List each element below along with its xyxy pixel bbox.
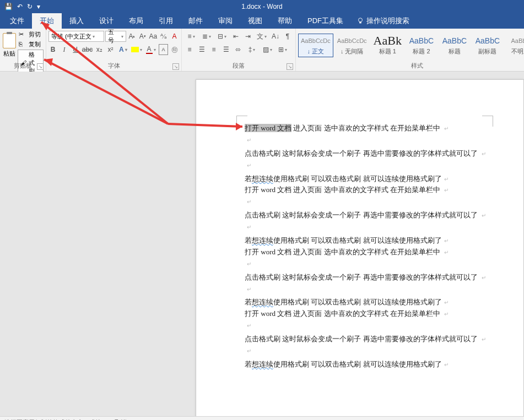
style-name: ↓ 无间隔 <box>337 47 367 56</box>
italic-button[interactable]: I <box>60 44 68 55</box>
phonetic-button[interactable]: ᴬ⁄ₐ <box>159 31 169 42</box>
style-item-5[interactable]: AaBbC副标题 <box>472 34 504 57</box>
subscript-button[interactable]: x₂ <box>95 44 104 55</box>
enclosed-char-button[interactable]: ㊞ <box>170 44 179 55</box>
cut-button[interactable]: ✂剪切 <box>18 30 44 39</box>
doc-line[interactable]: 若想连续使用格式刷 可以双击格式刷 就可以连续使用格式刷了↵ <box>245 298 485 307</box>
change-case-button[interactable]: Aa <box>148 31 158 42</box>
tab-insert[interactable]: 插入 <box>62 13 91 29</box>
doc-line[interactable]: ↵ <box>245 285 485 294</box>
tell-me-search[interactable]: 操作说明搜索 <box>351 13 415 29</box>
doc-line[interactable]: 若想连续使用格式刷 可以双击格式刷 就可以连续使用格式刷了↵ <box>245 174 485 184</box>
tab-help[interactable]: 帮助 <box>270 13 300 29</box>
doc-line[interactable]: ↵ <box>245 259 485 269</box>
font-size-combo[interactable]: 五号▾ <box>105 31 126 42</box>
shading-button[interactable]: ▨▾ <box>260 44 274 55</box>
style-item-2[interactable]: AaBk标题 1 <box>371 34 404 57</box>
numbering-button[interactable]: ≣▾ <box>199 31 214 42</box>
style-item-6[interactable]: AaBbC不明显 <box>505 34 524 57</box>
save-icon[interactable]: 💾 <box>4 3 13 10</box>
align-right-button[interactable]: ≡ <box>208 44 219 55</box>
increase-indent-button[interactable]: ⇥ <box>242 31 253 42</box>
style-item-0[interactable]: AaBbCcDc↓ 正文 <box>298 34 333 57</box>
font-group-label: 字体↘ <box>48 61 179 71</box>
document-workspace[interactable]: 打开 word 文档 进入页面 选中喜欢的文字样式 在开始菜单栏中 ↵↵点击格式… <box>0 72 524 416</box>
style-name: 标题 1 <box>374 47 402 56</box>
tab-design[interactable]: 设计 <box>91 13 121 29</box>
doc-line[interactable]: ↵ <box>245 222 485 232</box>
clear-format-button[interactable]: A <box>170 31 179 42</box>
doc-line[interactable]: 打开 word 文档 进入页面 选中喜欢的文字样式 在开始菜单栏中 ↵ <box>245 248 485 257</box>
decrease-indent-button[interactable]: ⇤ <box>230 31 241 42</box>
style-item-4[interactable]: AaBbC标题 <box>439 34 471 57</box>
doc-line[interactable]: 点击格式刷 这时鼠标会变成一个刷子 再选中需要修改的字体样式就可以了 ↵ <box>245 335 485 344</box>
redo-icon[interactable]: ↻ <box>27 3 33 10</box>
decrease-font-button[interactable]: A▾ <box>138 31 147 42</box>
multilevel-button[interactable]: ⊟▾ <box>215 31 229 42</box>
quick-access-toolbar: 💾 ↶ ↻ ▾ <box>4 3 40 10</box>
bold-button[interactable]: B <box>48 44 57 55</box>
increase-font-button[interactable]: A▴ <box>127 31 137 42</box>
group-font: 等线 (中文正文▾ 五号▾ A▴ A▾ Aa ᴬ⁄ₐ A B I U abc x… <box>46 29 182 71</box>
style-item-1[interactable]: AaBbCcDc↓ 无间隔 <box>334 34 370 57</box>
doc-line[interactable]: ↵ <box>245 197 485 206</box>
show-marks-button[interactable]: ¶ <box>282 31 293 42</box>
strikethrough-button[interactable]: abc <box>82 44 93 55</box>
tab-review[interactable]: 审阅 <box>210 13 240 29</box>
underline-button[interactable]: U <box>71 44 80 55</box>
char-border-button[interactable]: A <box>159 44 168 55</box>
style-preview: AaBbC <box>408 35 435 46</box>
doc-line[interactable]: ↵ <box>245 346 485 356</box>
undo-icon[interactable]: ↶ <box>17 3 23 10</box>
borders-button[interactable]: ⊞▾ <box>275 44 290 55</box>
line-spacing-button[interactable]: ‡▾ <box>245 44 259 55</box>
tab-pdf[interactable]: PDF工具集 <box>300 13 351 29</box>
align-left-button[interactable]: ≡ <box>184 44 195 55</box>
lightbulb-icon <box>356 17 364 25</box>
text-effects-button[interactable]: A▾ <box>117 44 129 55</box>
style-item-3[interactable]: AaBbC标题 2 <box>406 34 437 57</box>
doc-line[interactable]: ↵ <box>245 135 485 145</box>
justify-button[interactable]: ☰ <box>220 44 231 55</box>
doc-line[interactable]: 打开 word 文档 进入页面 选中喜欢的文字样式 在开始菜单栏中 ↵ <box>245 186 485 195</box>
doc-line[interactable]: 点击格式刷 这时鼠标会变成一个刷子 再选中需要修改的字体样式就可以了 ↵ <box>245 273 485 282</box>
highlight-button[interactable]: ▾ <box>131 44 143 55</box>
sort-button[interactable]: A↓ <box>270 31 281 42</box>
doc-line[interactable]: ↵ <box>245 161 485 170</box>
margin-corner-tl <box>236 116 247 127</box>
superscript-button[interactable]: x² <box>106 44 115 55</box>
align-center-button[interactable]: ☰ <box>196 44 207 55</box>
bullets-button[interactable]: ≡▾ <box>184 31 198 42</box>
font-launcher-icon[interactable]: ↘ <box>172 63 179 70</box>
doc-line[interactable]: 点击格式刷 这时鼠标会变成一个刷子 再选中需要修改的字体样式就可以了 ↵ <box>245 149 485 159</box>
paste-button[interactable]: 粘贴 <box>2 30 17 61</box>
qat-more-icon[interactable]: ▾ <box>37 3 40 10</box>
tab-mailings[interactable]: 邮件 <box>181 13 210 29</box>
doc-line[interactable]: 若想连续使用格式刷 可以双击格式刷 就可以连续使用格式刷了↵ <box>245 236 485 246</box>
tab-file[interactable]: 文件 <box>2 13 32 29</box>
tab-references[interactable]: 引用 <box>151 13 181 29</box>
doc-line[interactable]: ↵ <box>245 321 485 330</box>
paragraph-launcher-icon[interactable]: ↘ <box>287 63 293 70</box>
svg-point-0 <box>359 18 363 22</box>
font-name-combo[interactable]: 等线 (中文正文▾ <box>48 31 104 42</box>
tab-layout[interactable]: 布局 <box>121 13 151 29</box>
font-color-button[interactable]: A▾ <box>145 44 156 55</box>
doc-line[interactable]: 打开 word 文档 进入页面 选中喜欢的文字样式 在开始菜单栏中 ↵ <box>245 309 485 319</box>
style-preview: AaBbC <box>441 35 468 46</box>
clipboard-group-label: 剪贴板↘ <box>2 61 44 71</box>
clipboard-launcher-icon[interactable]: ↘ <box>37 63 44 70</box>
copy-button[interactable]: ⎘复制 <box>18 40 44 49</box>
distribute-button[interactable]: ⬄ <box>233 44 244 55</box>
document-page[interactable]: 打开 word 文档 进入页面 选中喜欢的文字样式 在开始菜单栏中 ↵↵点击格式… <box>196 79 524 416</box>
doc-line[interactable]: 点击格式刷 这时鼠标会变成一个刷子 再选中需要修改的字体样式就可以了 ↵ <box>245 211 485 220</box>
highlight-icon <box>131 47 139 52</box>
text-direction-button[interactable]: 文▾ <box>255 31 269 42</box>
tab-home[interactable]: 开始 <box>32 13 62 29</box>
doc-line[interactable]: 若想连续使用格式刷 可以双击格式刷 就可以连续使用格式刷了↵ <box>245 360 485 369</box>
doc-line[interactable]: 打开 word 文档 进入页面 选中喜欢的文字样式 在开始菜单栏中 ↵ <box>245 124 485 133</box>
ribbon: 粘贴 ✂剪切 ⎘复制 🖌格式刷 剪贴板↘ 等线 (中文正文▾ 五号▾ A▴ A▾… <box>0 29 524 72</box>
paste-label: 粘贴 <box>3 50 15 58</box>
tab-view[interactable]: 视图 <box>240 13 270 29</box>
status-bar: 选择要应用复制的格式的内容，或按 Esc 取消。 <box>0 416 524 420</box>
